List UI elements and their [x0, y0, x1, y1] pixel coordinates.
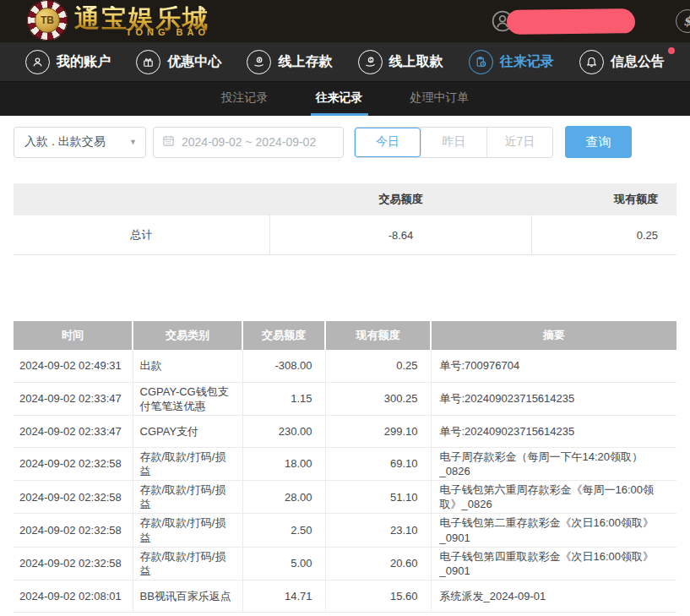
summary-table: 交易额度 现有额度 总计 -8.64 0.25: [14, 183, 676, 255]
date-range-value: 2024-09-02 ~ 2024-09-02: [182, 135, 316, 149]
summary-cell: 单号:202409023715614235: [431, 415, 676, 447]
calendar-icon: [162, 134, 175, 150]
summary-header-row: 交易额度 现有额度: [14, 183, 676, 215]
time-cell: 2024-09-02 02:32:58: [14, 447, 133, 480]
amount-cell: 1.15: [242, 382, 325, 415]
summary-transaction-amount: -8.64: [269, 215, 532, 254]
table-header-row: 时间交易类别交易额度现有额度摘要: [14, 321, 676, 350]
summary-total-label: 总计: [14, 227, 269, 243]
summary-cell: 系统派发_2024-09-01: [431, 581, 676, 613]
nav-label: 优惠中心: [167, 53, 221, 71]
summary-cell: 电子钱包第六重周存款彩金《每周一16:00领取》_0826: [431, 481, 676, 514]
balance-dollar-icon[interactable]: $: [676, 9, 690, 33]
summary-header-balance: 现有额度: [532, 192, 676, 207]
balance-cell: 15.60: [325, 581, 431, 613]
table-row: 2024-09-02 02:32:58存款/取款/打码/损益2.5023.10电…: [14, 514, 676, 547]
amount-cell: -308.00: [242, 350, 325, 382]
column-header: 交易额度: [242, 321, 325, 350]
column-header: 交易类别: [133, 321, 242, 350]
column-header: 现有额度: [325, 321, 431, 350]
summary-cell: 电子周存款彩金（每周一下午14:20领取）_0826: [431, 447, 676, 480]
gift-icon: [136, 50, 160, 74]
today-button[interactable]: 今日: [355, 128, 421, 157]
nav-item-withdraw[interactable]: 线上取款: [358, 50, 443, 74]
column-header: 时间: [14, 321, 133, 350]
type-cell: 存款/取款/打码/损益: [133, 514, 242, 547]
tab-pending-orders[interactable]: 处理中订单: [405, 82, 475, 116]
nav-item-records[interactable]: 往来记录: [469, 50, 554, 74]
type-cell: CGPAY-CG钱包支付笔笔送优惠: [133, 382, 242, 415]
nav-label: 线上取款: [389, 53, 443, 71]
transaction-type-select[interactable]: 入款 . 出款交易 ▼: [14, 127, 146, 158]
nav-item-my-account[interactable]: 我的账户: [25, 50, 111, 74]
column-header: 摘要: [431, 321, 676, 350]
topbar-user-area: $: [492, 0, 690, 42]
balance-cell: 299.10: [325, 415, 431, 447]
amount-cell: 18.00: [242, 447, 325, 480]
filter-bar: 入款 . 出款交易 ▼ 2024-09-02 ~ 2024-09-02 今日 昨…: [14, 126, 676, 158]
amount-cell: 14.71: [242, 581, 325, 613]
type-cell: 存款/取款/打码/损益: [133, 447, 242, 480]
type-cell: BB视讯百家乐返点: [133, 581, 242, 613]
transaction-type-value: 入款 . 出款交易: [24, 134, 106, 150]
nav-item-announcements[interactable]: 信息公告: [579, 50, 665, 74]
transactions-table-head: 时间交易类别交易额度现有额度摘要: [14, 321, 676, 350]
summary-current-balance: 0.25: [532, 229, 676, 242]
table-row: 2024-09-02 02:32:58存款/取款/打码/损益5.0020.60电…: [14, 547, 676, 580]
records-icon: [469, 50, 493, 74]
user-icon: [25, 50, 50, 74]
table-row: 2024-09-02 02:32:58存款/取款/打码/损益28.0051.10…: [14, 481, 676, 514]
time-cell: 2024-09-02 02:32:58: [14, 481, 133, 514]
chevron-down-icon: ▼: [129, 138, 137, 146]
poker-chip-icon: TB: [27, 0, 68, 41]
time-cell: 2024-09-02 02:32:58: [14, 514, 133, 547]
table-row: 2024-09-02 02:32:58存款/取款/打码/损益18.0069.10…: [14, 447, 676, 480]
main-navigation: 我的账户 优惠中心 线上存款 线上取款 往来记录 信息公告: [0, 42, 690, 82]
type-cell: 出款: [133, 350, 242, 382]
table-row: 2024-09-02 02:33:47CGPAY支付230.00299.10单号…: [14, 415, 676, 447]
time-cell: 2024-09-02 02:32:58: [14, 547, 133, 580]
brand-text: 通宝娱乐城 TONG BAO: [74, 6, 209, 37]
balance-cell: 20.60: [325, 547, 431, 580]
nav-label: 信息公告: [611, 53, 665, 71]
redacted-username[interactable]: [507, 8, 635, 35]
type-cell: 存款/取款/打码/损益: [133, 481, 242, 514]
top-bar: TB 通宝娱乐城 TONG BAO $: [0, 0, 690, 42]
records-subnav: 投注记录 往来记录 处理中订单: [0, 82, 690, 116]
time-cell: 2024-09-02 02:49:31: [14, 350, 133, 382]
nav-label: 往来记录: [500, 53, 554, 71]
yesterday-button[interactable]: 昨日: [421, 128, 486, 157]
quick-date-group: 今日 昨日 近7日: [354, 127, 553, 158]
site-logo[interactable]: TB 通宝娱乐城 TONG BAO: [27, 2, 209, 41]
balance-cell: 51.10: [325, 481, 431, 514]
summary-cell: 电子钱包第二重存款彩金《次日16:00领取》_0901: [431, 514, 676, 547]
amount-cell: 230.00: [242, 415, 325, 447]
chip-monogram: TB: [35, 8, 60, 33]
balance-cell: 0.25: [325, 350, 431, 382]
last7days-button[interactable]: 近7日: [486, 128, 552, 157]
time-cell: 2024-09-02 02:33:47: [14, 415, 133, 447]
summary-cell: 电子钱包第四重取款彩金《次日16:00领取》_0901: [431, 547, 676, 580]
nav-label: 线上存款: [278, 53, 332, 71]
type-cell: CGPAY支付: [133, 415, 242, 447]
time-cell: 2024-09-02 02:33:47: [14, 382, 133, 415]
time-cell: 2024-09-02 02:08:01: [14, 581, 133, 613]
tab-betting-records[interactable]: 投注记录: [216, 82, 274, 116]
summary-header-amount: 交易额度: [269, 192, 532, 207]
date-range-input[interactable]: 2024-09-02 ~ 2024-09-02: [153, 127, 344, 158]
deposit-icon: [247, 50, 271, 74]
search-button[interactable]: 查询: [565, 126, 632, 158]
nav-item-promotions[interactable]: 优惠中心: [136, 50, 221, 74]
balance-cell: 300.25: [325, 382, 431, 415]
withdraw-icon: [358, 50, 383, 74]
amount-cell: 2.50: [242, 514, 325, 547]
notification-dot: [668, 47, 675, 54]
table-row: 2024-09-02 02:08:01BB视讯百家乐返点14.7115.60系统…: [14, 581, 676, 613]
summary-total-row: 总计 -8.64 0.25: [14, 215, 676, 254]
tab-transaction-records[interactable]: 往来记录: [311, 82, 368, 116]
type-cell: 存款/取款/打码/损益: [133, 547, 242, 580]
transactions-table-body: 2024-09-02 02:49:31出款-308.000.25单号:70097…: [14, 350, 676, 613]
summary-cell: 单号:700976704: [431, 350, 676, 382]
nav-item-deposit[interactable]: 线上存款: [247, 50, 332, 74]
bell-icon: [579, 50, 604, 74]
